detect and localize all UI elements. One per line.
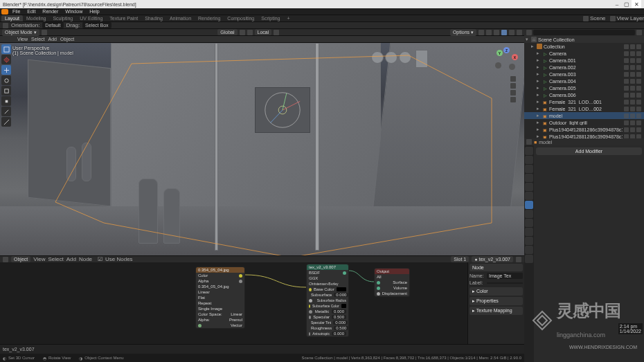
blender-logo-icon[interactable] [1,9,8,15]
node-header[interactable]: tex_v2_v3.007 [307,264,348,270]
outliner-type-icon[interactable] [526,30,532,35]
snap-target[interactable]: Local [255,29,272,35]
snap-icon[interactable] [247,30,253,35]
outliner-filter-icon[interactable] [636,30,642,35]
node-principled-bsdf[interactable]: tex_v2_v3.007 BSDF GGX Christensen-Burle… [306,264,349,337]
tab-output[interactable] [525,156,533,164]
tab-render[interactable] [525,147,533,155]
menu-add[interactable]: Add [48,37,57,42]
outliner-row[interactable]: ▸▷Camera.005 [524,84,644,91]
shading-solid-icon[interactable] [501,30,507,35]
workspace-tab-texturepaint[interactable]: Texture Paint [106,15,141,21]
properties-type-icon[interactable] [526,139,532,145]
outliner-scene-row[interactable]: ▾ ⌂ Scene Collection [524,36,644,43]
material-name[interactable]: ● tex_v2_v3.007 [472,256,513,262]
outliner-row[interactable]: ▸▷Camera.001 [524,57,644,64]
perspective-toggle-icon[interactable] [510,97,516,102]
tab-modifiers[interactable] [525,201,533,209]
node-label-field[interactable] [487,282,523,284]
outliner-row[interactable]: ▸▷Camera.003 [524,71,644,78]
pan-icon[interactable] [510,83,516,89]
viewport-options[interactable]: Options ▾ [450,29,476,36]
outliner-row[interactable]: ▸▣Plus19404f12881286c39094878c17715fl.00… [524,126,644,133]
workspace-tab-rendering[interactable]: Rendering [195,15,224,21]
tab-material[interactable] [525,246,533,254]
pivot-icon[interactable] [240,30,245,35]
pin-icon[interactable] [516,257,521,262]
workspace-tab-modeling[interactable]: Modeling [23,15,49,21]
node-menu-select[interactable]: Select [48,256,63,262]
orientation-global[interactable]: Global [217,29,237,35]
tab-mesh[interactable] [525,237,533,245]
use-nodes-toggle[interactable]: Use Nodes [105,256,133,262]
shading-wireframe-icon[interactable] [494,30,499,35]
node-header[interactable]: Output [375,269,409,274]
tab-texture[interactable] [525,255,533,263]
proportional-icon[interactable] [274,30,279,35]
workspace-tab-layout[interactable]: Layout [1,15,23,21]
tab-particles[interactable] [525,210,533,218]
shading-matprev-icon[interactable] [509,30,515,35]
add-modifier-button[interactable]: Add Modifier [536,147,642,155]
workspace-tab-sculpting[interactable]: Sculpting [49,15,76,21]
node-name-field[interactable]: Image Tex [487,273,523,279]
xray-toggle-icon[interactable] [486,30,492,35]
node-menu-view[interactable]: View [33,256,45,262]
editor-type-icon[interactable] [42,30,47,35]
node-image-texture[interactable]: 0.354_05_04.jpg Color Alpha 0.354_05_04.… [195,266,245,329]
viewport-3d[interactable]: User Perspective (1) Scene Collection | … [0,43,524,255]
workspace-tab-shading[interactable]: Shading [141,15,166,21]
zoom-icon[interactable] [510,76,516,82]
outliner[interactable]: ▾ ⌂ Scene Collection ▸Collection▸▷Camera… [524,36,644,138]
node-object-dd[interactable]: Object [11,256,30,262]
window-minimize-button[interactable]: – [612,0,622,8]
outliner-row[interactable]: ▸▷Camera.002 [524,64,644,71]
workspace-tab-animation[interactable]: Animation [166,15,195,21]
outliner-row[interactable]: ▸Collection [524,43,644,50]
workspace-tab-compositing[interactable]: Compositing [224,15,258,21]
node-menu-node[interactable]: Node [79,256,92,262]
menu-view[interactable]: View [17,37,28,42]
outliner-row[interactable]: ▸▷Camera.006 [524,91,644,98]
orientation-dropdown[interactable]: Default [42,22,63,28]
outliner-row[interactable]: ▸▣Female_321_LOD…002 [524,105,644,112]
outliner-row[interactable]: ▸▣Female_321_LOD…001 [524,98,644,105]
node-header[interactable]: 0.354_05_04.jpg [196,267,244,273]
node-editor[interactable]: 0.354_05_04.jpg Color Alpha 0.354_05_04.… [0,262,524,344]
window-close-button[interactable]: ✕ [632,0,641,8]
tab-object[interactable] [525,192,533,200]
tab-world[interactable] [525,183,533,191]
shading-rendered-icon[interactable] [517,30,522,35]
window-maximize-button[interactable]: ▢ [622,0,632,8]
outliner-row[interactable]: ▸▣Outdoor_light grill [524,119,644,126]
navigation-gizmo[interactable]: X Y Z [494,47,517,71]
menu-edit[interactable]: Edit [24,8,38,15]
camera-view-icon[interactable] [510,90,516,96]
drag-dropdown[interactable]: Select Box [82,22,111,28]
node-editor-type-icon[interactable] [3,257,8,262]
menu-window[interactable]: Window [62,8,85,15]
menu-render[interactable]: Render [39,8,61,15]
tab-physics[interactable] [525,219,533,227]
tab-constraints[interactable] [525,228,533,236]
workspace-tab-uvediting[interactable]: UV Editing [76,15,106,21]
overlay-toggle-icon[interactable] [478,30,484,35]
tab-viewlayer[interactable] [525,165,533,173]
menu-object[interactable]: Object [60,37,74,42]
outliner-row[interactable]: ▸▷Camera.004 [524,78,644,84]
outliner-search[interactable] [533,30,635,35]
outliner-row[interactable]: ▸▣model [524,112,644,119]
node-menu-add[interactable]: Add [66,256,76,262]
node-sidebar-header[interactable]: Node [469,264,523,271]
mode-dropdown[interactable]: Object Mode ▾ [2,29,39,36]
node-material-output[interactable]: Output All Surface Volume Displacement [374,268,410,297]
material-slot[interactable]: Slot 1 [451,256,469,262]
menu-select[interactable]: Select [31,37,44,42]
scene-selector[interactable]: Scene [583,15,606,21]
outliner-row[interactable]: ▸▣Plus19404f12881286c39094878c17715fl.00… [524,133,644,138]
menu-help[interactable]: Help [87,8,102,15]
workspace-tab-scripting[interactable]: Scripting [258,15,283,21]
viewlayer-selector[interactable]: View Layer [610,15,644,21]
workspace-tab-add[interactable]: + [284,15,294,21]
tab-scene[interactable] [525,174,533,182]
